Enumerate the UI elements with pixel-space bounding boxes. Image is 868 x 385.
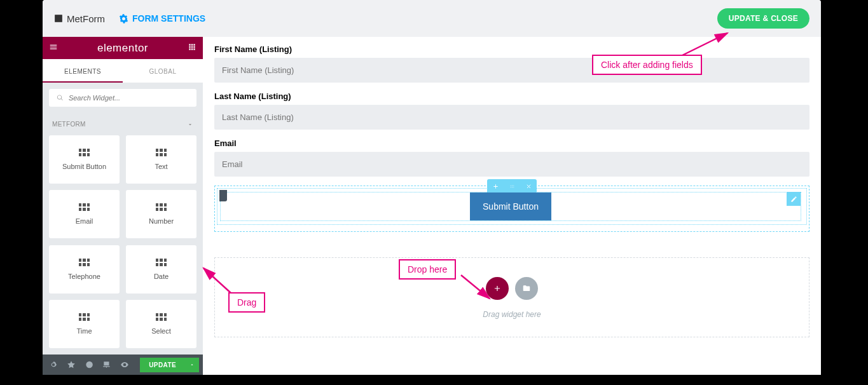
submit-button-widget[interactable]: Submit Button bbox=[470, 192, 551, 220]
history-icon[interactable] bbox=[82, 358, 96, 372]
elementor-sidebar: elementor ELEMENTS GLOBAL METFORM bbox=[43, 37, 203, 375]
drop-hint-text: Drag widget here bbox=[215, 310, 809, 319]
metform-logo: MetForm bbox=[54, 13, 105, 24]
gear-icon bbox=[119, 14, 128, 24]
form-canvas: First Name (Listing) Last Name (Listing)… bbox=[203, 37, 821, 375]
search-input[interactable] bbox=[69, 94, 189, 102]
widgets-grid: Submit Button Text Email Number Telephon… bbox=[43, 135, 203, 355]
preview-icon[interactable] bbox=[118, 358, 132, 372]
first-name-input[interactable] bbox=[214, 58, 809, 83]
update-close-button[interactable]: UPDATE & CLOSE bbox=[717, 8, 809, 29]
submit-section[interactable]: Submit Button bbox=[214, 186, 809, 232]
apps-icon[interactable] bbox=[188, 43, 196, 54]
footer-update-button[interactable]: UPDATE bbox=[140, 358, 185, 372]
field-last-name: Last Name (Listing) bbox=[214, 91, 809, 130]
widget-text[interactable]: Text bbox=[126, 135, 196, 184]
tab-elements[interactable]: ELEMENTS bbox=[43, 59, 123, 83]
add-section-button[interactable] bbox=[486, 277, 509, 300]
wordpress-icon bbox=[54, 14, 63, 23]
widget-number[interactable]: Number bbox=[126, 190, 196, 238]
navigator-icon[interactable] bbox=[64, 358, 78, 372]
field-email: Email bbox=[214, 138, 809, 177]
chevron-down-icon bbox=[187, 121, 193, 128]
form-settings-label: FORM SETTINGS bbox=[132, 13, 205, 24]
widget-date[interactable]: Date bbox=[126, 245, 196, 294]
category-header[interactable]: METFORM bbox=[43, 113, 203, 135]
tab-global[interactable]: GLOBAL bbox=[123, 59, 203, 83]
widget-telephone[interactable]: Telephone bbox=[49, 245, 120, 294]
sidebar-footer: UPDATE bbox=[43, 355, 203, 375]
widget-submit-button[interactable]: Submit Button bbox=[49, 135, 120, 184]
last-name-input[interactable] bbox=[214, 105, 809, 130]
drop-zone[interactable]: Drag widget here bbox=[214, 257, 809, 337]
panel-settings-icon[interactable] bbox=[46, 358, 60, 372]
edit-widget-icon[interactable] bbox=[787, 192, 801, 206]
column-handle[interactable] bbox=[219, 190, 227, 201]
app-name: MetForm bbox=[67, 13, 105, 24]
template-button[interactable] bbox=[515, 277, 538, 300]
widget-time[interactable]: Time bbox=[49, 300, 120, 348]
field-label: Last Name (Listing) bbox=[214, 91, 809, 101]
menu-icon[interactable] bbox=[49, 43, 58, 54]
field-label: Email bbox=[214, 138, 809, 148]
widget-select[interactable]: Select bbox=[126, 300, 196, 348]
email-input[interactable] bbox=[214, 152, 809, 177]
category-label: METFORM bbox=[52, 121, 86, 128]
field-first-name: First Name (Listing) bbox=[214, 44, 809, 83]
responsive-icon[interactable] bbox=[100, 358, 114, 372]
elementor-brand: elementor bbox=[97, 42, 148, 55]
field-label: First Name (Listing) bbox=[214, 44, 809, 54]
footer-update-caret[interactable] bbox=[185, 358, 199, 372]
search-icon bbox=[57, 94, 64, 102]
sidebar-tabs: ELEMENTS GLOBAL bbox=[43, 59, 203, 83]
widget-email[interactable]: Email bbox=[49, 190, 120, 238]
form-settings-link[interactable]: FORM SETTINGS bbox=[119, 13, 205, 24]
modal-topbar: MetForm FORM SETTINGS UPDATE & CLOSE bbox=[43, 0, 821, 37]
sidebar-header: elementor bbox=[43, 37, 203, 59]
search-wrap bbox=[43, 83, 203, 113]
